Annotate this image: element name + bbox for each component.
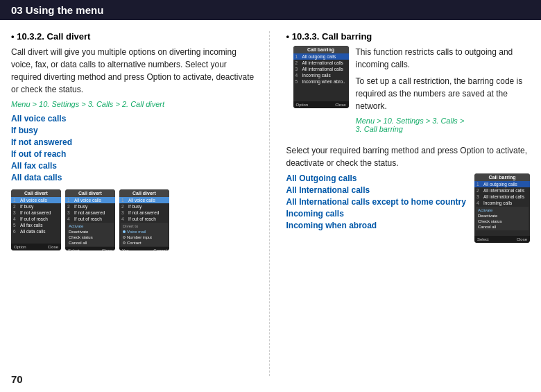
left-list: All voice calls If busy If not answered …: [11, 114, 255, 182]
phone-item: 4If out of reach: [11, 216, 61, 222]
submenu-item: Number input: [122, 235, 166, 240]
submenu-item: Cancel all: [477, 224, 527, 230]
phone-title-r1: Call barring: [293, 46, 349, 53]
phone-item: 4Incoming calls: [474, 200, 530, 206]
header-title: 03 Using the menu: [11, 4, 103, 16]
phone-title-3: Call divert: [119, 189, 169, 197]
phone-item: 3If not answered: [11, 210, 61, 216]
list-item: All voice calls: [11, 114, 255, 123]
phone-footer-3: Yes Cancel: [119, 247, 169, 250]
phone-screen-3: Call divert 1All voice calls 2If busy 3I…: [119, 189, 169, 250]
cancel-btn: Cancel: [153, 248, 166, 250]
phone-screen-2: Call divert 1All voice calls 2If busy 3I…: [65, 189, 115, 250]
left-column: • 10.3.2. Call divert Call divert will g…: [11, 31, 270, 376]
right-menu-path: Menu > 10. Settings > 3. Calls >3. Call …: [356, 117, 524, 133]
phone-item: 4If out of reach: [65, 216, 115, 222]
list-item: If out of reach: [11, 149, 255, 159]
submenu-item: Activate: [477, 207, 527, 213]
phone-title-2: Call divert: [65, 189, 115, 197]
phone-submenu-2: Activate Deactivate Check status Cancel …: [67, 223, 114, 246]
left-section-title: • 10.3.2. Call divert: [11, 31, 255, 42]
phone-item: 2If busy: [119, 203, 169, 210]
phone-screen-right-2: Call barring 1All outgoing calls 2All in…: [474, 173, 530, 243]
right-top-section: Call barring 1All outgoing calls 2All in…: [286, 46, 531, 139]
right-items-area: Call barring 1All outgoing calls 2All in…: [286, 173, 531, 247]
phone-item: 4Incoming calls: [293, 72, 349, 78]
phone-item: 1All voice calls: [119, 197, 169, 203]
phone-item: 2If busy: [11, 203, 61, 210]
phone-item: 1All voice calls: [65, 197, 115, 203]
close-btn: Close: [48, 245, 58, 249]
phone-item: 2All international calls: [474, 187, 530, 194]
phone-item: 4If out of reach: [119, 216, 169, 222]
close-btn: Close: [335, 103, 345, 107]
phone-item: 1All outgoing calls: [474, 181, 530, 187]
phone-screen-right-1: Call barring 1All outgoing calls 2All in…: [293, 46, 349, 108]
phone-submenu-r2: Activate Deactivate Check status Cancel …: [476, 207, 529, 230]
phone-item: 1All voice calls: [11, 197, 61, 203]
right-column: • 10.3.3. Call barring Call barring 1All…: [284, 31, 531, 376]
option-btn: Option: [14, 245, 26, 249]
page-number: 70: [11, 373, 23, 385]
phone-title-r2: Call barring: [474, 173, 530, 181]
phone-item: 1All outgoing calls: [293, 53, 349, 60]
list-item: If busy: [11, 126, 255, 135]
phone-item: 5Incoming when abro..: [293, 78, 349, 85]
page-header: 03 Using the menu: [0, 0, 541, 20]
right-body-text-2: To set up a call restriction, the barrin…: [356, 75, 524, 112]
left-menu-path: Menu > 10. Settings > 3. Calls > 2. Call…: [11, 100, 255, 108]
right-text-section: This function restricts calls to outgoin…: [356, 46, 524, 139]
right-body-text-1: This function restricts calls to outgoin…: [356, 46, 524, 71]
right-section-title: • 10.3.3. Call barring: [286, 31, 531, 42]
phone-footer-1: Option Close: [11, 244, 61, 250]
left-body-text: Call divert will give you multiple optio…: [11, 46, 255, 96]
phone-title-1: Call divert: [11, 189, 61, 197]
phone-item: 2All international calls: [293, 60, 349, 66]
list-item: If not answered: [11, 137, 255, 147]
submenu-item: Cancel all: [68, 240, 112, 246]
right-body-text-3: Select your required barring method and …: [286, 144, 531, 169]
submenu-item: Activate: [68, 223, 112, 229]
phone-item: 3All international calls: [293, 66, 349, 72]
option-btn: Option: [296, 103, 309, 107]
phone-screen-1: Call divert 1All voice calls 2If busy 3I…: [11, 189, 61, 250]
close-btn: Close: [102, 248, 112, 250]
phone-submenu-3: Divert to Voice mail Number input Contac…: [121, 223, 168, 246]
list-item: All fax calls: [11, 161, 255, 171]
phone-footer-2: Select Close: [65, 247, 115, 250]
phone-screens-group: Call divert 1All voice calls 2If busy 3I…: [11, 189, 255, 250]
submenu-item: Check status: [68, 235, 112, 240]
submenu-item: Deactivate: [477, 213, 527, 219]
select-btn: Select: [477, 237, 489, 241]
phone-item: 6All data calls: [11, 228, 61, 235]
phone-footer-r1: Option Close: [293, 101, 349, 108]
close-btn: Close: [517, 237, 527, 241]
phone-item: 2If busy: [65, 203, 115, 210]
phone-item: 3If not answered: [65, 210, 115, 216]
phone-item: 3All international calls: [474, 194, 530, 200]
yes-btn: Yes: [122, 248, 129, 250]
phone-item: 3If not answered: [119, 210, 169, 216]
list-item: All data calls: [11, 173, 255, 182]
submenu-item: Contact: [122, 240, 166, 246]
select-btn: Select: [68, 248, 80, 250]
phone-footer-r2: Select Close: [474, 236, 530, 243]
submenu-item: Deactivate: [68, 229, 112, 235]
submenu-item: Check status: [477, 219, 527, 224]
submenu-item: Voice mail: [122, 229, 166, 235]
phone-item: 5All fax calls: [11, 222, 61, 228]
